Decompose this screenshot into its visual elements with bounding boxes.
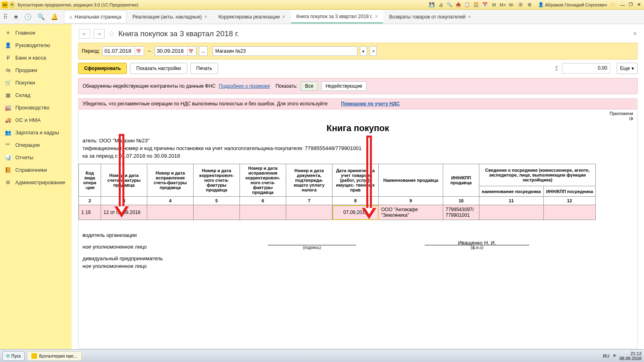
cell-c5[interactable]	[194, 205, 240, 220]
print-button[interactable]: Печать	[190, 63, 218, 74]
org-select[interactable]: Магазин №23	[213, 46, 357, 56]
title-bar: 1e ▾ Бухгалтерия предприятия, редакция 3…	[0, 0, 644, 10]
form-button[interactable]: Сформировать	[78, 63, 127, 74]
zoom-icon[interactable]: ⊞	[526, 2, 533, 8]
sidebar-item-prodazhi[interactable]: 🛍Продажи	[0, 64, 72, 76]
restore-button[interactable]: ❐	[627, 2, 634, 8]
cell-c4[interactable]	[147, 205, 194, 220]
sidebar-label: Продажи	[15, 67, 37, 73]
cell-c9[interactable]: ООО "Антикафе "Земляника"	[379, 205, 443, 220]
back-icon[interactable]: ⦿	[517, 2, 524, 8]
sidebar-label: ОС и НМА	[15, 117, 41, 123]
cell-c10[interactable]: 7799543097/ 779901001	[443, 205, 479, 220]
help-icon[interactable]: ⓘ	[609, 2, 616, 8]
taskbar-app[interactable]: Бухгалтерия пре...	[27, 351, 82, 361]
tray-icon[interactable]: ✳	[613, 353, 616, 358]
sidebar-item-rukovoditelyu[interactable]: 👤Руководителю	[0, 39, 72, 51]
warn-link[interactable]: Подробнее о проверке	[219, 83, 270, 89]
calendar-from-icon[interactable]: 📅	[135, 47, 142, 56]
apps-icon[interactable]: ⠿	[3, 13, 8, 21]
date-to-input[interactable]: 📅	[155, 46, 196, 56]
manager-icon: 👤	[5, 42, 11, 48]
start-button[interactable]: ⊞ Пуск	[2, 351, 25, 361]
calendar-icon[interactable]: 📅	[482, 2, 488, 8]
tab-vozvraty[interactable]: Возвраты товаров от покупателей ×	[384, 10, 476, 23]
nav-back-button[interactable]: ←	[79, 29, 90, 39]
sidebar-item-pokupki[interactable]: 🛒Покупки	[0, 76, 72, 89]
date-from-field[interactable]	[104, 48, 133, 54]
table-row[interactable]: 1 16 12 от 07.09.2018 07.09.2018 ООО "Ан…	[79, 205, 596, 220]
favorite-icon[interactable]: ★	[13, 13, 19, 21]
tab-kniga-pokupok[interactable]: Книга покупок за 3 квартал 2018 г. ×	[291, 10, 383, 23]
sidebar-item-sklad[interactable]: ▦Склад	[0, 89, 72, 101]
export-icon[interactable]: 📤	[455, 2, 462, 8]
org-dropdown-button[interactable]: ▾	[360, 46, 367, 56]
system-tray: RU ✳ 21:12 08.09.2018	[603, 351, 642, 361]
cell-c6[interactable]	[240, 205, 286, 220]
mem-m[interactable]: M	[491, 2, 497, 8]
notifications-icon[interactable]: 🔔	[51, 13, 58, 21]
save-icon[interactable]: 💾	[429, 2, 435, 8]
cell-c3[interactable]: 12 от 07.09.2018	[101, 205, 147, 220]
clock[interactable]: 21:12 08.09.2018	[619, 351, 642, 361]
period-select-button[interactable]: ...	[199, 46, 208, 56]
col-2-header: Код вида опера -ции	[79, 164, 101, 197]
org-value: Магазин №23	[215, 48, 355, 54]
sidebar-item-bank[interactable]: ₽Банк и касса	[0, 51, 72, 64]
cell-c12[interactable]	[543, 205, 596, 220]
tab-realizaciya[interactable]: Реализация (акты, накладные) ×	[127, 10, 212, 23]
search-icon[interactable]: 🔍	[37, 13, 45, 21]
sidebar-item-os-nma[interactable]: 🚚ОС и НМА	[0, 114, 72, 126]
tab-close-icon[interactable]: ×	[282, 14, 285, 20]
cell-c2[interactable]: 1 16	[79, 205, 101, 220]
sig-ip-label: дивидуальный предприниматель	[83, 255, 268, 261]
nav-forward-button[interactable]: →	[93, 29, 105, 39]
tab-home[interactable]: ⌂ Начальная страница	[64, 10, 126, 23]
sidebar-item-zarplata[interactable]: 👥Зарплата и кадры	[0, 126, 72, 139]
preview-icon[interactable]: 🔍	[446, 2, 453, 8]
date-from-input[interactable]: 📅	[102, 46, 144, 56]
print-icon[interactable]: 🖨	[438, 2, 444, 8]
sig-head-label: водитель организации	[83, 232, 268, 238]
tab-close-icon[interactable]: ×	[204, 14, 207, 20]
vat-helper-link[interactable]: Помощник по учету НДС	[341, 101, 400, 107]
more-button[interactable]: Еще▾	[617, 63, 638, 74]
user-badge[interactable]: 👤 Абрамов Геннадий Сергеевич	[538, 2, 607, 7]
favorite-toggle-icon[interactable]: ☆	[108, 29, 115, 39]
sidebar-item-glavnoe[interactable]: ≡Главное	[0, 27, 72, 39]
filter-all-button[interactable]: Все	[301, 81, 318, 91]
sidebar-label: Руководителю	[15, 42, 50, 48]
sidebar-item-otchety[interactable]: 📊Отчеты	[0, 151, 72, 164]
mem-mminus[interactable]: M-	[508, 2, 515, 8]
close-page-button[interactable]: ×	[633, 30, 637, 37]
clipboard-icon[interactable]: 📋	[464, 2, 471, 8]
filter-invalid-button[interactable]: Недействующие	[321, 81, 367, 91]
settings-button[interactable]: Показать настройки	[130, 63, 187, 74]
tab-close-icon[interactable]: ×	[375, 14, 378, 19]
tab-korrektirovka[interactable]: Корректировка реализации ×	[213, 10, 291, 23]
tab-label: Книга покупок за 3 квартал 2018 г.	[296, 14, 373, 19]
close-button[interactable]: ✕	[635, 2, 642, 8]
tab-close-icon[interactable]: ×	[468, 14, 471, 20]
app-menu-dropdown[interactable]: ▾	[9, 2, 15, 8]
calendar-to-icon[interactable]: 📅	[187, 47, 194, 56]
sidebar-item-spravochniki[interactable]: 📙Справочники	[0, 164, 72, 176]
more-label: Еще	[620, 66, 630, 71]
sidebar-item-admin[interactable]: ⚙Администрирование	[0, 176, 72, 189]
period-line: ка за период с 01.07.2018 по 30.09.2018	[78, 153, 637, 160]
sidebar-item-operacii[interactable]: ᴬᵏОперации	[0, 139, 72, 151]
minimize-button[interactable]: —	[619, 2, 626, 8]
mem-mplus[interactable]: M+	[500, 2, 506, 8]
cell-c11[interactable]	[479, 205, 544, 220]
lang-indicator[interactable]: RU	[603, 354, 609, 358]
sidebar-item-proizvodstvo[interactable]: 🏭Производство	[0, 101, 72, 114]
col-11-12-top-header: Сведения о посреднике (комиссионере, аге…	[479, 164, 596, 186]
inn-line: тификационный номер и код причины постан…	[78, 145, 637, 153]
cell-c7[interactable]	[286, 205, 332, 220]
org-open-button[interactable]: ↗	[369, 46, 377, 56]
history-icon[interactable]: 🕓	[24, 13, 32, 21]
report-area: Убедитесь, что регламентные операции по …	[78, 98, 638, 349]
date-to-field[interactable]	[157, 48, 186, 54]
calc-icon[interactable]: 🧮	[473, 2, 479, 8]
cell-c8[interactable]: 07.09.2018	[332, 205, 379, 220]
